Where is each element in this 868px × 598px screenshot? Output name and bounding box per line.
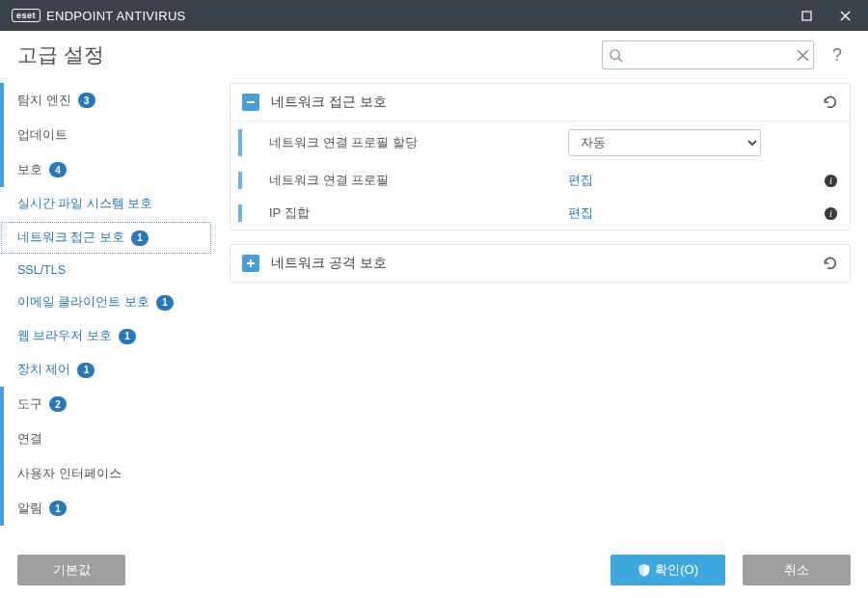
close-icon bbox=[840, 11, 851, 21]
plus-icon bbox=[246, 258, 256, 268]
panel-title: 네트워크 공격 보호 bbox=[271, 255, 387, 272]
sidebar-item-label: 연결 bbox=[17, 430, 42, 448]
badge: 1 bbox=[119, 329, 136, 344]
brand-badge: eset bbox=[12, 9, 41, 22]
sidebar-item-label: 알림 bbox=[17, 500, 42, 517]
edit-profile-link[interactable]: 편집 bbox=[568, 172, 593, 189]
badge: 1 bbox=[131, 231, 149, 246]
row-label: 네트워크 연결 프로필 bbox=[269, 172, 568, 189]
sidebar-item-connection[interactable]: 연결 bbox=[0, 421, 212, 456]
shield-icon bbox=[637, 563, 651, 577]
sidebar-item-email[interactable]: 이메일 클라이언트 보호 1 bbox=[0, 285, 212, 319]
window-controls bbox=[787, 0, 864, 31]
row-control: 자동 bbox=[568, 129, 838, 156]
footer-right: 확인(O) 취소 bbox=[610, 555, 851, 585]
badge: 3 bbox=[78, 93, 95, 108]
cancel-button[interactable]: 취소 bbox=[743, 555, 851, 585]
badge: 1 bbox=[156, 295, 174, 311]
button-label: 기본값 bbox=[53, 561, 91, 579]
sidebar-item-label: SSL/TLS bbox=[17, 263, 66, 277]
row-ipset: IP 집합 편집 i bbox=[231, 197, 850, 230]
panel-network-access: 네트워크 접근 보호 네트워크 연결 프로필 할당 자동 네트워크 연결 프로필 bbox=[230, 83, 851, 231]
panel-network-attack: 네트워크 공격 보호 bbox=[230, 244, 851, 283]
badge: 4 bbox=[49, 162, 67, 177]
content: 네트워크 접근 보호 네트워크 연결 프로필 할당 자동 네트워크 연결 프로필 bbox=[212, 79, 868, 542]
badge: 2 bbox=[49, 396, 67, 412]
sidebar-item-ssl-tls[interactable]: SSL/TLS bbox=[0, 255, 212, 285]
panel-undo-button[interactable] bbox=[821, 255, 838, 272]
undo-icon bbox=[821, 255, 838, 272]
row-control: 편집 i bbox=[568, 204, 838, 222]
badge: 1 bbox=[49, 501, 67, 516]
defaults-button[interactable]: 기본값 bbox=[17, 555, 125, 585]
sidebar-item-network-access[interactable]: 네트워크 접근 보호 1 bbox=[0, 221, 212, 255]
info-button[interactable]: i bbox=[824, 174, 838, 188]
titlebar: eset ENDPOINT ANTIVIRUS bbox=[0, 0, 868, 31]
sidebar-item-ui[interactable]: 사용자 인터페이스 bbox=[0, 456, 212, 491]
clear-icon[interactable] bbox=[797, 49, 809, 62]
panel-title: 네트워크 접근 보호 bbox=[271, 94, 387, 111]
sidebar-item-detection-engine[interactable]: 탐지 엔진 3 bbox=[0, 83, 212, 118]
question-icon: ? bbox=[832, 45, 842, 66]
square-icon bbox=[801, 11, 812, 21]
sidebar-item-update[interactable]: 업데이트 bbox=[0, 118, 212, 152]
sidebar-item-label: 보호 bbox=[17, 161, 42, 178]
sidebar-item-label: 도구 bbox=[17, 395, 42, 413]
sidebar-item-web-browser[interactable]: 웹 브라우저 보호 1 bbox=[0, 319, 212, 353]
sidebar-item-label: 실시간 파일 시스템 보호 bbox=[17, 196, 152, 212]
window-close-button[interactable] bbox=[826, 0, 864, 31]
sidebar: 탐지 엔진 3 업데이트 보호 4 실시간 파일 시스템 보호 네트워크 접근 … bbox=[0, 79, 212, 542]
panel-undo-button[interactable] bbox=[821, 94, 838, 111]
badge: 1 bbox=[77, 363, 95, 378]
row-control: 편집 i bbox=[568, 172, 838, 189]
button-label: 취소 bbox=[784, 561, 809, 579]
info-button[interactable]: i bbox=[824, 206, 838, 221]
row-label: 네트워크 연결 프로필 할당 bbox=[269, 134, 568, 151]
sidebar-item-label: 웹 브라우저 보호 bbox=[17, 328, 112, 344]
info-icon: i bbox=[824, 206, 838, 221]
undo-icon bbox=[821, 94, 838, 111]
svg-text:i: i bbox=[829, 208, 832, 219]
search-input[interactable] bbox=[623, 48, 797, 63]
collapse-button[interactable] bbox=[242, 94, 259, 111]
sidebar-item-tools[interactable]: 도구 2 bbox=[0, 387, 212, 421]
search-box[interactable] bbox=[602, 41, 814, 69]
main: 탐지 엔진 3 업데이트 보호 4 실시간 파일 시스템 보호 네트워크 접근 … bbox=[0, 79, 868, 542]
sidebar-item-label: 사용자 인터페이스 bbox=[17, 465, 122, 482]
sidebar-item-notifications[interactable]: 알림 1 bbox=[0, 491, 212, 526]
app-title: ENDPOINT ANTIVIRUS bbox=[46, 9, 186, 23]
expand-button[interactable] bbox=[242, 255, 259, 272]
edit-ipset-link[interactable]: 편집 bbox=[568, 204, 593, 222]
window-maximize-button[interactable] bbox=[787, 0, 826, 31]
footer: 기본값 확인(O) 취소 bbox=[0, 542, 868, 598]
sidebar-item-label: 업데이트 bbox=[17, 126, 68, 144]
sidebar-item-device-control[interactable]: 장치 제어 1 bbox=[0, 353, 212, 387]
svg-rect-0 bbox=[802, 12, 811, 20]
header: 고급 설정 ? bbox=[0, 31, 868, 79]
sidebar-item-label: 이메일 클라이언트 보호 bbox=[17, 294, 149, 311]
sidebar-item-protection[interactable]: 보호 4 bbox=[0, 152, 212, 187]
button-label: 확인(O) bbox=[655, 561, 698, 579]
panel-body: 네트워크 연결 프로필 할당 자동 네트워크 연결 프로필 편집 i bbox=[231, 121, 850, 230]
page-title: 고급 설정 bbox=[17, 41, 104, 68]
sidebar-item-label: 탐지 엔진 bbox=[17, 92, 71, 109]
minus-icon bbox=[246, 97, 256, 107]
search-icon bbox=[609, 48, 623, 63]
ok-button[interactable]: 확인(O) bbox=[610, 555, 725, 585]
sidebar-item-label: 네트워크 접근 보호 bbox=[17, 230, 124, 246]
sidebar-item-label: 장치 제어 bbox=[17, 362, 70, 378]
panel-header: 네트워크 공격 보호 bbox=[231, 245, 850, 282]
sidebar-item-realtime-fs[interactable]: 실시간 파일 시스템 보호 bbox=[0, 187, 212, 221]
svg-text:i: i bbox=[829, 176, 832, 186]
row-profile-assignment: 네트워크 연결 프로필 할당 자동 bbox=[231, 122, 850, 164]
help-button[interactable]: ? bbox=[824, 41, 851, 69]
row-profile: 네트워크 연결 프로필 편집 i bbox=[231, 164, 850, 197]
info-icon: i bbox=[824, 174, 838, 188]
profile-assignment-select[interactable]: 자동 bbox=[568, 129, 761, 156]
row-label: IP 집합 bbox=[269, 204, 568, 222]
panel-header: 네트워크 접근 보호 bbox=[231, 84, 850, 121]
svg-point-1 bbox=[610, 49, 619, 58]
